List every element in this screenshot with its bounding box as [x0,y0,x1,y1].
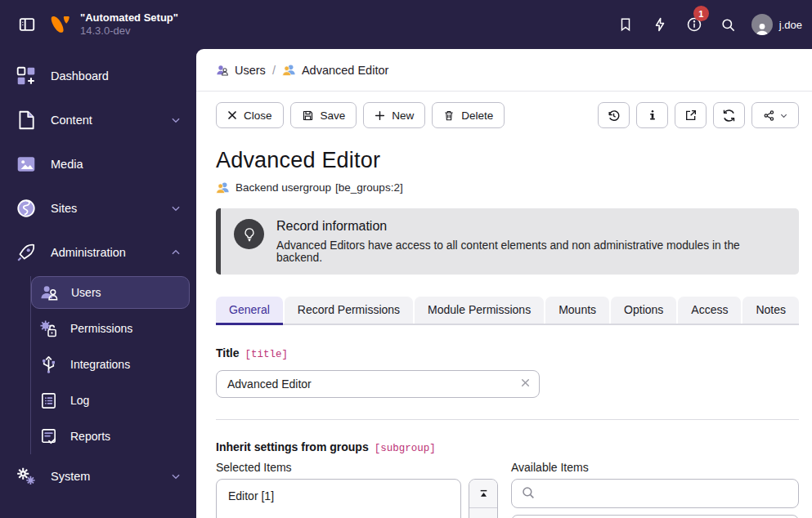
selected-items-listbox[interactable]: Editor [1] [216,479,461,518]
sidebar-item-administration[interactable]: Administration [0,230,196,275]
tab-general[interactable]: General [216,297,283,324]
save-icon [302,109,314,122]
typo3-logo-icon [49,14,71,36]
history-button[interactable] [598,102,630,128]
breadcrumb-record-label: Advanced Editor [302,64,388,77]
user-menu-button[interactable]: j.doe [751,14,802,35]
reload-button[interactable] [713,102,745,128]
tab-options[interactable]: Options [611,297,676,324]
general-tab-pane: Title[title] Inherit settings from group… [196,325,812,518]
title-field-label: Title[title] [216,346,799,360]
sidebar-toggle-button[interactable] [13,11,41,38]
refresh-icon [722,109,736,123]
selected-items-label: Selected Items [216,461,461,479]
clear-input-icon[interactable] [520,377,531,388]
plus-icon [375,110,385,121]
new-button[interactable]: New [363,102,425,128]
share-menu-button[interactable] [751,102,799,128]
topbar: "Automated Setup" 14.3.0-dev 1 [0,0,812,49]
doc-toolbar-right [598,102,799,128]
username-label: j.doe [779,19,802,31]
field-label-text: Title [216,346,240,359]
sidebar-item-label: Users [71,286,101,299]
doc-toolbar-left: Close Save New Delete [216,102,505,128]
doc-toolbar: Close Save New Delete [196,92,812,138]
sidebar-item-content[interactable]: Content [0,98,196,142]
content-area: Users / Advanced Editor Close [196,49,812,518]
usergroup-record-icon [216,181,230,194]
field-label-text: Inherit settings from groups [216,440,369,453]
move-to-top-button[interactable] [469,480,497,508]
chevron-down-icon [170,114,182,126]
tab-module-permissions[interactable]: Module Permissions [415,297,544,324]
available-items-listbox[interactable] [511,515,799,518]
sidebar-item-sites[interactable]: Sites [0,186,196,230]
chevron-up-icon [170,247,182,258]
record-info-button[interactable] [636,102,668,128]
sidebar-item-label: Media [51,158,182,171]
trash-icon [443,109,455,122]
list-item[interactable]: Editor [1] [217,485,460,507]
system-status-button[interactable] [644,8,676,41]
save-button-label: Save [321,109,346,122]
info-icon [647,109,658,122]
external-link-icon [684,109,698,122]
available-items-label: Available Items [511,461,799,479]
brand[interactable]: "Automated Setup" 14.3.0-dev [49,11,178,38]
bolt-icon [653,17,667,32]
chevron-down-icon [779,111,788,120]
sidebar-item-media[interactable]: Media [0,142,196,186]
topbar-toolbar: 1 j.doe [609,8,812,41]
save-button[interactable]: Save [290,102,357,128]
users-icon [40,284,59,302]
record-subtitle: Backend usergroup [be_groups:2] [216,181,792,194]
delete-button-label: Delete [461,109,493,122]
search-button[interactable] [712,8,745,41]
sidebar-item-users[interactable]: Users [31,276,190,309]
record-tabs: General Record Permissions Module Permis… [216,297,799,325]
sidebar-item-reports[interactable]: Reports [31,418,190,454]
tca-key: [title] [245,349,289,360]
tca-key: [subgroup] [375,443,436,454]
record-header: Advanced Editor Backend usergroup [be_gr… [196,138,812,194]
move-up-button[interactable] [469,508,497,518]
subgroup-field: Inherit settings from groups[subgroup] S… [216,440,799,518]
breadcrumb-record[interactable]: Advanced Editor [282,63,388,77]
sidebar-item-label: Integrations [70,358,130,371]
title-input[interactable] [216,370,540,398]
sidebar-item-label: Permissions [70,322,132,335]
breadcrumb-module[interactable]: Users [216,64,266,77]
history-icon [607,109,621,123]
users-module-icon [216,64,229,77]
sidebar-item-integrations[interactable]: Integrations [31,346,190,382]
item-move-controls [469,461,498,518]
sidebar-item-system[interactable]: System [0,454,196,498]
delete-button[interactable]: Delete [432,102,505,128]
system-information-button[interactable]: 1 [678,8,711,41]
avatar [751,14,773,35]
bookmarks-button[interactable] [609,8,642,41]
tab-access[interactable]: Access [678,297,741,324]
close-button[interactable]: Close [216,102,284,128]
rocket-icon [16,242,37,263]
available-items-search-input[interactable] [511,479,799,508]
record-information-callout: Record information Advanced Editors have… [216,208,799,275]
tab-record-permissions[interactable]: Record Permissions [285,297,413,324]
tab-notes[interactable]: Notes [742,297,799,324]
close-button-label: Close [244,109,272,122]
open-new-window-button[interactable] [675,102,707,128]
sidebar-item-log[interactable]: Log [31,382,190,418]
close-icon [227,110,237,120]
sidebar-item-permissions[interactable]: Permissions [31,310,190,346]
reports-icon [39,427,58,446]
sidebar-item-dashboard[interactable]: Dashboard [0,54,196,98]
search-icon [720,17,736,33]
breadcrumb-module-label: Users [235,64,266,77]
new-button-label: New [392,109,414,122]
tab-mounts[interactable]: Mounts [545,297,609,324]
callout-text: Advanced Editors have access to all cont… [276,239,786,264]
log-icon [39,391,58,410]
title-field: Title[title] [216,346,799,398]
search-icon [521,485,536,500]
page-title: Advanced Editor [216,148,792,173]
